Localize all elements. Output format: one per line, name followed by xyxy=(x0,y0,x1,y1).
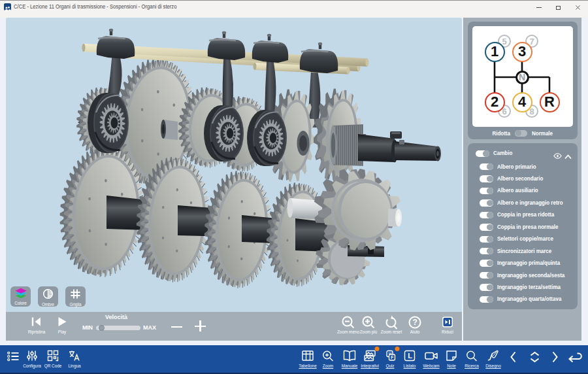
svg-text:F: F xyxy=(391,355,393,360)
svg-text:L: L xyxy=(408,352,412,360)
svg-text:?: ? xyxy=(413,318,417,327)
